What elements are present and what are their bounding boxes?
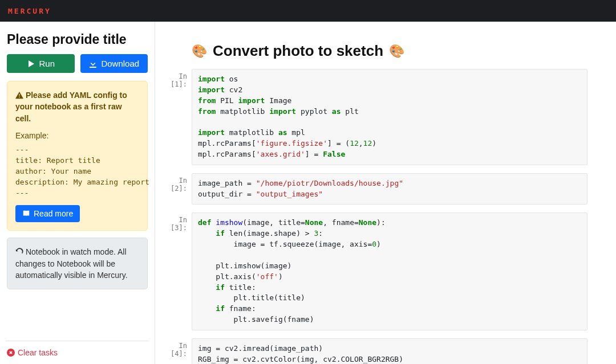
cell-prompt: In [2]: [161, 173, 192, 205]
yaml-warning-text: Please add YAML config to your notebook … [15, 91, 127, 123]
x-circle-icon [7, 349, 15, 357]
cell-prompt: In [1]: [161, 69, 192, 165]
topbar: MERCURY [0, 0, 616, 22]
brand-logo[interactable]: MERCURY [8, 7, 51, 15]
example-label: Example: [15, 130, 139, 141]
code-cell: In [4]: img = cv2.imread(image_path) RGB… [161, 338, 587, 364]
notebook-title-text: Convert photo to sketch [213, 42, 383, 60]
page-title: Please provide title [7, 32, 148, 47]
code-block[interactable]: def imshow(image, title=None, fname=None… [192, 212, 587, 330]
watch-mode-text: Notebook in watch mode. All changes to N… [15, 247, 128, 280]
notebook-title: 🎨 Convert photo to sketch 🎨 [192, 42, 587, 60]
layout: Please provide title Run Download Please… [0, 22, 616, 364]
book-icon [22, 210, 30, 218]
action-buttons: Run Download [7, 54, 148, 73]
palette-icon: 🎨 [192, 44, 207, 59]
cell-prompt: In [4]: [161, 338, 192, 364]
refresh-icon [15, 248, 23, 256]
download-button-label: Download [101, 59, 139, 68]
warning-icon [15, 91, 23, 99]
palette-icon: 🎨 [389, 44, 404, 59]
watch-mode-notice: Notebook in watch mode. All changes to N… [7, 238, 148, 289]
code-cell: In [1]: import os import cv2 from PIL im… [161, 69, 587, 165]
clear-tasks-label: Clear tasks [18, 348, 58, 357]
play-icon [26, 59, 35, 68]
yaml-warning: Please add YAML config to your notebook … [7, 81, 148, 231]
download-button[interactable]: Download [80, 54, 148, 73]
yaml-example: --- title: Report title author: Your nam… [15, 145, 139, 198]
download-icon [88, 59, 98, 68]
code-block[interactable]: img = cv2.imread(image_path) RGB_img = c… [192, 338, 587, 364]
code-cell: In [2]: image_path = "/home/piotr/Downlo… [161, 173, 587, 205]
code-cell: In [3]: def imshow(image, title=None, fn… [161, 212, 587, 330]
read-more-button[interactable]: Read more [15, 205, 80, 222]
cell-prompt: In [3]: [161, 212, 192, 330]
read-more-label: Read more [34, 209, 73, 218]
run-button-label: Run [39, 59, 55, 68]
code-block[interactable]: import os import cv2 from PIL import Ima… [192, 69, 587, 165]
sidebar: Please provide title Run Download Please… [0, 22, 155, 364]
main-content: 🎨 Convert photo to sketch 🎨 In [1]: impo… [155, 22, 616, 364]
spacer [7, 296, 148, 335]
run-button[interactable]: Run [7, 54, 75, 73]
divider [6, 341, 149, 341]
notebook: 🎨 Convert photo to sketch 🎨 In [1]: impo… [155, 22, 616, 364]
clear-tasks-link[interactable]: Clear tasks [7, 348, 148, 357]
code-block[interactable]: image_path = "/home/piotr/Downloads/hous… [192, 173, 587, 205]
